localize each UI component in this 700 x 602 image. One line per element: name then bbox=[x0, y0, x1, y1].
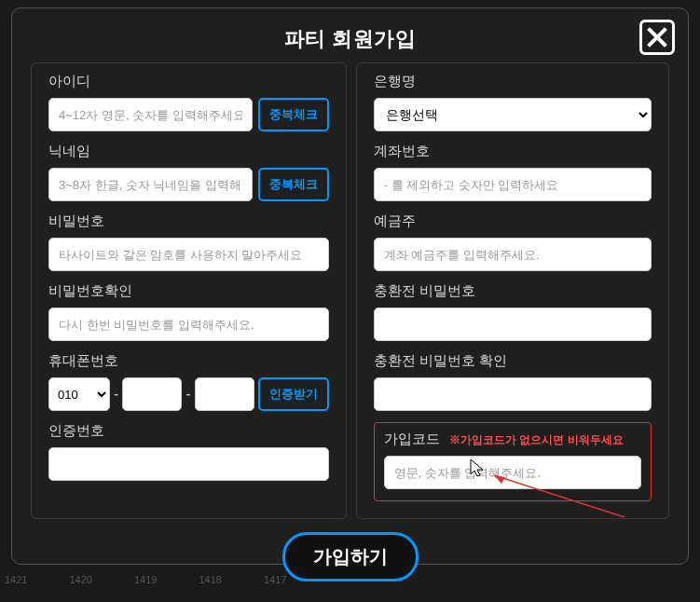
label-xchange-pw-confirm: 충환전 비밀번호 확인 bbox=[374, 352, 652, 370]
dash: - bbox=[114, 386, 118, 403]
dash: - bbox=[185, 386, 190, 403]
label-nickname: 닉네임 bbox=[48, 143, 329, 160]
modal-header: 파티 회원가입 bbox=[12, 8, 688, 62]
label-holder: 예금주 bbox=[374, 212, 652, 230]
close-icon bbox=[646, 26, 668, 48]
label-password: 비밀번호 bbox=[48, 212, 329, 230]
id-input[interactable] bbox=[48, 98, 253, 131]
label-account: 계좌번호 bbox=[374, 143, 652, 160]
signup-code-box: 가입코드 ※가입코드가 없으시면 비워두세요 bbox=[374, 422, 652, 501]
bank-select[interactable]: 은행선택 bbox=[374, 98, 652, 131]
phone-prefix-select[interactable]: 010 bbox=[48, 377, 110, 411]
holder-input[interactable] bbox=[374, 238, 652, 271]
label-verify-code: 인증번호 bbox=[48, 422, 329, 440]
phone-verify-button[interactable]: 인증받기 bbox=[258, 377, 329, 411]
phone-mid-input[interactable] bbox=[122, 377, 182, 411]
verify-code-input[interactable] bbox=[48, 447, 329, 481]
label-phone: 휴대폰번호 bbox=[48, 352, 329, 370]
label-password-confirm: 비밀번호확인 bbox=[48, 282, 329, 300]
signup-modal: 파티 회원가입 아이디 중복체크 닉네임 중복체크 bbox=[11, 7, 689, 565]
label-signup-code: 가입코드 bbox=[384, 431, 440, 446]
label-id: 아이디 bbox=[48, 73, 329, 90]
account-input[interactable] bbox=[374, 168, 652, 201]
right-column: 은행명 은행선택 계좌번호 예금주 충환전 비밀번호 충환전 비밀번호 확인 bbox=[356, 62, 669, 519]
password-confirm-input[interactable] bbox=[48, 308, 329, 341]
xchange-pw-input[interactable] bbox=[374, 308, 652, 341]
phone-last-input[interactable] bbox=[195, 377, 254, 411]
nickname-dupcheck-button[interactable]: 중복체크 bbox=[258, 168, 329, 201]
id-dupcheck-button[interactable]: 중복체크 bbox=[258, 98, 329, 131]
left-column: 아이디 중복체크 닉네임 중복체크 비밀번호 비밀번호확인 bbox=[31, 62, 347, 519]
modal-title: 파티 회원가입 bbox=[12, 25, 688, 53]
label-xchange-pw: 충환전 비밀번호 bbox=[374, 282, 652, 300]
close-button[interactable] bbox=[639, 20, 675, 55]
signup-code-hint: ※가입코드가 없으시면 비워두세요 bbox=[449, 433, 624, 446]
signup-code-input[interactable] bbox=[384, 456, 641, 489]
password-input[interactable] bbox=[48, 238, 329, 271]
nickname-input[interactable] bbox=[48, 168, 253, 201]
submit-button[interactable]: 가입하기 bbox=[282, 532, 419, 581]
label-bank: 은행명 bbox=[374, 73, 652, 90]
xchange-pw-confirm-input[interactable] bbox=[374, 377, 652, 411]
